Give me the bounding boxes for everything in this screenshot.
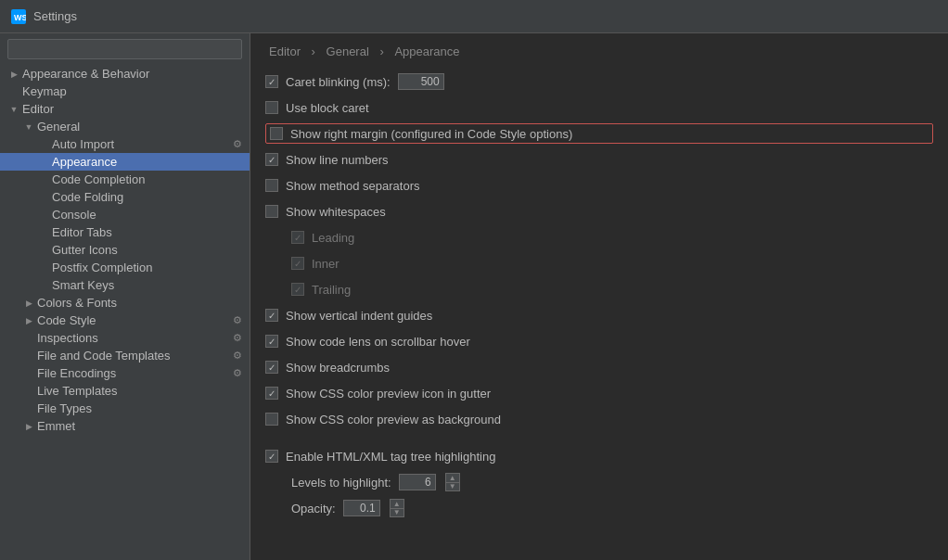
inner-label: Inner [312, 257, 339, 271]
window-title: Settings [33, 9, 77, 23]
use-block-caret-label: Use block caret [286, 101, 369, 115]
sidebar-item-general[interactable]: General [0, 118, 250, 135]
badge-code-style: ⚙ [231, 314, 244, 327]
search-input[interactable] [7, 39, 242, 59]
sidebar-item-editor-tabs[interactable]: Editor Tabs [0, 223, 250, 241]
sidebar-item-smart-keys[interactable]: Smart Keys [0, 276, 250, 294]
show-breadcrumbs-checkbox[interactable] [265, 361, 278, 374]
sidebar-item-label-console: Console [50, 208, 250, 222]
show-right-margin-checkbox[interactable] [270, 127, 283, 140]
levels-input[interactable] [399, 474, 436, 490]
show-whitespaces-checkbox[interactable] [265, 205, 278, 218]
show-code-lens-checkbox[interactable] [265, 335, 278, 348]
sidebar-item-label-smart-keys: Smart Keys [50, 278, 250, 292]
app-icon: WS [11, 9, 26, 24]
enable-html-tag-label: Enable HTML/XML tag tree highlighting [286, 450, 495, 464]
svg-text:WS: WS [14, 13, 26, 22]
breadcrumb-part-2: General [327, 45, 369, 58]
sidebar-item-label-editor-tabs: Editor Tabs [50, 225, 250, 239]
sidebar-item-postfix-completion[interactable]: Postfix Completion [0, 259, 250, 276]
badge-inspections: ⚙ [231, 332, 244, 345]
show-css-icon-row: Show CSS color preview icon in gutter [265, 383, 933, 403]
sidebar-item-label-emmet: Emmet [35, 419, 250, 433]
opacity-input[interactable] [343, 500, 380, 516]
sidebar-item-code-completion[interactable]: Code Completion [0, 171, 250, 188]
sidebar-item-console[interactable]: Console [0, 206, 250, 223]
badge-auto-import: ⚙ [231, 138, 244, 151]
sidebar-item-inspections[interactable]: Inspections⚙ [0, 329, 250, 347]
sidebar-item-label-postfix-completion: Postfix Completion [50, 261, 250, 274]
show-css-icon-checkbox[interactable] [265, 387, 278, 400]
sidebar-item-auto-import[interactable]: Auto Import⚙ [0, 135, 250, 153]
levels-increment[interactable]: ▲ [445, 473, 460, 482]
tree-arrow-general [22, 122, 35, 132]
levels-decrement[interactable]: ▼ [445, 482, 460, 491]
breadcrumb-sep-2: › [379, 45, 383, 58]
leading-checkbox[interactable] [291, 231, 304, 244]
opacity-decrement[interactable]: ▼ [390, 508, 404, 517]
sidebar-item-label-inspections: Inspections [35, 331, 231, 345]
opacity-label: Opacity: [291, 502, 336, 515]
title-bar: WS Settings [0, 0, 948, 33]
sidebar-item-label-code-folding: Code Folding [50, 190, 250, 204]
sidebar-item-label-code-style: Code Style [35, 313, 231, 327]
sidebar-item-label-gutter-icons: Gutter Icons [50, 243, 250, 257]
caret-blinking-row: Caret blinking (ms): [265, 71, 933, 92]
sidebar-item-label-appearance: Appearance [50, 155, 250, 169]
show-line-numbers-label: Show line numbers [286, 153, 389, 167]
levels-spinner: ▲ ▼ [445, 473, 460, 491]
tree-arrow-code-style [22, 316, 35, 325]
show-css-bg-label: Show CSS color preview as background [286, 413, 501, 426]
show-vertical-indent-checkbox[interactable] [265, 309, 278, 322]
sidebar-item-code-folding[interactable]: Code Folding [0, 188, 250, 206]
tree-arrow-emmet [22, 422, 35, 431]
sidebar-item-label-editor: Editor [20, 102, 250, 116]
show-line-numbers-row: Show line numbers [265, 149, 933, 170]
sidebar-item-label-keymap: Keymap [20, 84, 250, 98]
sidebar-item-label-colors-fonts: Colors & Fonts [35, 296, 250, 310]
sidebar-item-emmet[interactable]: Emmet [0, 417, 250, 435]
tree-arrow-editor [7, 105, 20, 114]
leading-label: Leading [312, 231, 354, 245]
sidebar-item-appearance-behavior[interactable]: Appearance & Behavior [0, 65, 250, 83]
opacity-spinner: ▲ ▼ [390, 499, 404, 517]
sidebar-item-live-templates[interactable]: Live Templates [0, 382, 250, 400]
show-line-numbers-checkbox[interactable] [265, 153, 278, 166]
leading-row: Leading [265, 227, 933, 248]
sidebar-item-editor[interactable]: Editor [0, 100, 250, 118]
badge-file-code-templates: ⚙ [231, 350, 244, 363]
sidebar-item-file-types[interactable]: File Types [0, 400, 250, 417]
sidebar-item-gutter-icons[interactable]: Gutter Icons [0, 241, 250, 259]
settings-section: Caret blinking (ms): Use block caret Sho… [265, 71, 933, 518]
breadcrumb-part-3: Appearance [394, 45, 459, 58]
breadcrumb-part-1: Editor [269, 45, 301, 58]
sidebar-item-label-appearance-behavior: Appearance & Behavior [20, 67, 250, 81]
sidebar-item-keymap[interactable]: Keymap [0, 83, 250, 100]
show-css-icon-label: Show CSS color preview icon in gutter [286, 387, 491, 401]
sidebar-item-label-file-types: File Types [35, 401, 250, 415]
sidebar-item-file-encodings[interactable]: File Encodings⚙ [0, 364, 250, 382]
show-breadcrumbs-row: Show breadcrumbs [265, 357, 933, 377]
caret-blinking-input[interactable] [398, 73, 444, 90]
show-code-lens-label: Show code lens on scrollbar hover [286, 335, 470, 349]
tree-arrow-appearance-behavior [7, 70, 20, 79]
trailing-row: Trailing [265, 279, 933, 299]
enable-html-tag-checkbox[interactable] [265, 450, 278, 463]
sidebar-item-file-code-templates[interactable]: File and Code Templates⚙ [0, 347, 250, 364]
inner-checkbox[interactable] [291, 257, 304, 270]
sidebar-item-colors-fonts[interactable]: Colors & Fonts [0, 294, 250, 312]
enable-html-tag-row: Enable HTML/XML tag tree highlighting [265, 446, 933, 466]
show-right-margin-label: Show right margin (configured in Code St… [290, 127, 572, 141]
show-method-separators-row: Show method separators [265, 175, 933, 196]
use-block-caret-row: Use block caret [265, 97, 933, 118]
show-code-lens-row: Show code lens on scrollbar hover [265, 331, 933, 351]
opacity-increment[interactable]: ▲ [390, 499, 404, 508]
sidebar-item-appearance[interactable]: Appearance [0, 153, 250, 171]
caret-blinking-checkbox[interactable] [265, 75, 278, 88]
search-wrap [0, 33, 250, 65]
show-css-bg-checkbox[interactable] [265, 413, 278, 426]
sidebar-item-code-style[interactable]: Code Style⚙ [0, 312, 250, 329]
show-method-separators-checkbox[interactable] [265, 179, 278, 192]
use-block-caret-checkbox[interactable] [265, 101, 278, 114]
trailing-checkbox[interactable] [291, 283, 304, 296]
